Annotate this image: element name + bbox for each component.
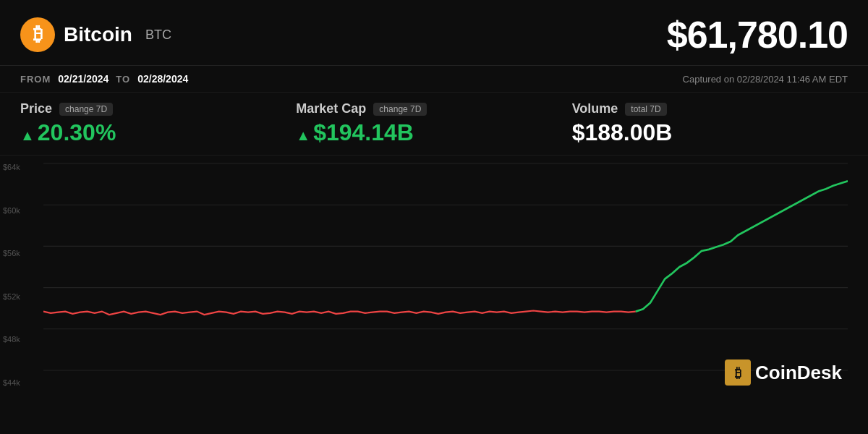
to-label: TO — [116, 74, 130, 85]
to-date: 02/28/2024 — [137, 73, 188, 85]
volume-stat-title: Volume total 7D — [572, 101, 848, 116]
y-label-60k: $60k — [3, 206, 20, 215]
bitcoin-logo-icon: ₿ — [20, 17, 55, 52]
price-badge: change 7D — [59, 103, 113, 116]
volume-stat: Volume total 7D $188.00B — [572, 101, 848, 146]
market-cap-stat: Market Cap change 7D ▲$194.14B — [296, 101, 571, 146]
volume-badge: total 7D — [625, 103, 666, 116]
coindesk-label: CoinDesk — [755, 362, 842, 384]
price-arrow: ▲ — [20, 127, 35, 143]
market-cap-value: ▲$194.14B — [296, 119, 571, 146]
coin-ticker: BTC — [145, 27, 171, 43]
market-cap-change-value: $194.14B — [313, 119, 414, 145]
price-chart: $64k $60k $56k $52k $48k $44k ₿ CoinDesk — [0, 156, 868, 394]
coin-identity: ₿ Bitcoin BTC — [20, 17, 171, 52]
y-label-44k: $44k — [3, 378, 20, 387]
price-stat: Price change 7D ▲20.30% — [20, 101, 296, 146]
market-cap-badge: change 7D — [373, 103, 427, 116]
coin-name: Bitcoin — [64, 23, 132, 46]
y-label-56k: $56k — [3, 249, 20, 258]
coindesk-branding: ₿ CoinDesk — [725, 359, 842, 386]
volume-label: Volume — [572, 101, 618, 116]
header: ₿ Bitcoin BTC $61,780.10 — [0, 0, 868, 66]
market-cap-arrow: ▲ — [296, 127, 310, 143]
market-cap-stat-title: Market Cap change 7D — [296, 101, 571, 116]
captured-info: Captured on 02/28/2024 11:46 AM EDT — [683, 74, 848, 85]
y-axis-labels: $64k $60k $56k $52k $48k $44k — [3, 156, 20, 394]
coindesk-icon: ₿ — [725, 359, 751, 386]
svg-text:₿: ₿ — [735, 366, 741, 380]
volume-value: $188.00B — [572, 119, 848, 146]
from-date: 02/21/2024 — [58, 73, 109, 85]
price-stat-title: Price change 7D — [20, 101, 296, 116]
y-label-48k: $48k — [3, 335, 20, 344]
price-label: Price — [20, 101, 52, 116]
chart-line-red — [43, 311, 636, 315]
price-change-value: 20.30% — [38, 119, 116, 145]
y-label-52k: $52k — [3, 292, 20, 301]
date-range-row: FROM 02/21/2024 TO 02/28/2024 Captured o… — [0, 66, 868, 93]
market-cap-label: Market Cap — [296, 101, 366, 116]
chart-svg — [43, 156, 848, 394]
current-price: $61,780.10 — [667, 13, 848, 56]
price-value: ▲20.30% — [20, 119, 296, 146]
from-label: FROM — [20, 74, 51, 85]
y-label-64k: $64k — [3, 163, 20, 171]
stats-row: Price change 7D ▲20.30% Market Cap chang… — [0, 93, 868, 156]
svg-text:₿: ₿ — [33, 23, 43, 45]
